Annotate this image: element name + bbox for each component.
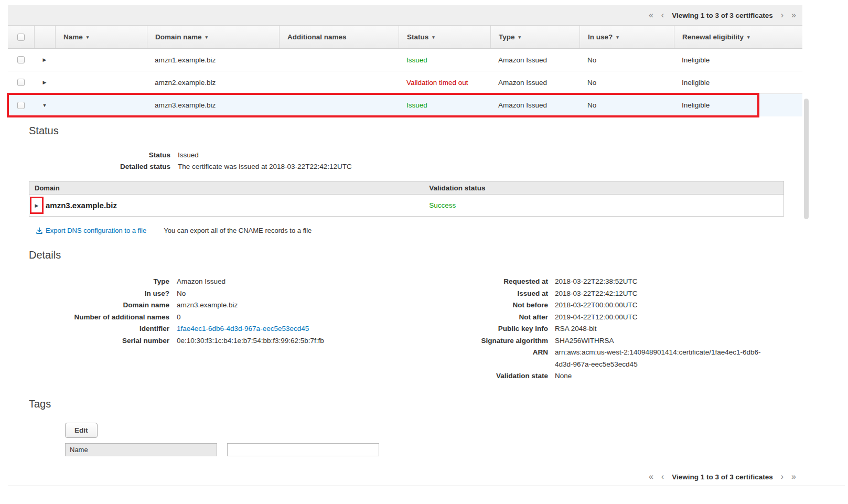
field-label: Issued at xyxy=(336,288,548,300)
column-label: Renewal eligibility xyxy=(682,33,744,41)
table-header-row: Name▾ Domain name▾ Additional names Stat… xyxy=(8,25,802,49)
certificate-detail-panel: Status Status Issued Detailed status The… xyxy=(8,116,802,456)
cell-name xyxy=(55,94,147,116)
tag-inputs-row xyxy=(65,443,802,456)
expand-row-arrow-icon[interactable]: ▶ xyxy=(43,57,47,62)
pagination-status: Viewing 1 to 3 of 3 certificates xyxy=(672,473,773,481)
details-right-column: Requested at2018-03-22T22:38:52UTC Issue… xyxy=(336,276,765,382)
status-section-title: Status xyxy=(29,125,802,137)
tags-section-title: Tags xyxy=(29,398,802,410)
export-dns-link-label: Export DNS configuration to a file xyxy=(46,227,146,234)
status-field-row: Status Issued xyxy=(8,149,802,161)
row-expander-cell: ▼ xyxy=(34,94,55,116)
field-label: ARN xyxy=(336,347,548,370)
download-icon xyxy=(36,227,43,234)
column-label: Type xyxy=(499,33,515,41)
collapse-row-arrow-icon[interactable]: ▼ xyxy=(42,103,47,108)
tag-value-field[interactable] xyxy=(227,443,379,456)
column-header-type[interactable]: Type▾ xyxy=(490,26,579,48)
column-label: Additional names xyxy=(287,33,347,41)
edit-tags-button[interactable]: Edit xyxy=(65,423,98,438)
certificate-row-amzn1: ▶ amzn1.example.biz Issued Amazon Issued… xyxy=(8,49,802,71)
field-value: None xyxy=(555,370,765,382)
status-fields: Status Issued Detailed status The certif… xyxy=(8,149,802,173)
column-label: Domain name xyxy=(155,33,202,41)
first-page-button[interactable]: « xyxy=(649,11,653,19)
field-label: Identifier xyxy=(8,323,169,335)
field-value: 2018-03-22T22:38:52UTC xyxy=(555,276,765,288)
row-checkbox-cell xyxy=(8,71,34,93)
sort-caret-icon: ▾ xyxy=(206,35,208,40)
pagination-top: « ‹ Viewing 1 to 3 of 3 certificates › » xyxy=(649,11,796,19)
validation-status-column-header: Validation status xyxy=(429,184,783,192)
last-page-button[interactable]: » xyxy=(791,473,796,481)
expand-domain-arrow-icon[interactable]: ▶ xyxy=(35,203,39,208)
details-section-title: Details xyxy=(29,249,802,261)
detail-row: Identifier1fae4ec1-6db6-4d3d-967a-eec5e5… xyxy=(8,323,336,335)
detail-row: In use?No xyxy=(8,288,336,300)
certificates-table: Name▾ Domain name▾ Additional names Stat… xyxy=(8,25,802,116)
details-grid: TypeAmazon Issued In use?No Domain namea… xyxy=(8,276,802,382)
prev-page-button[interactable]: ‹ xyxy=(661,11,664,19)
field-value: 2019-04-22T12:00:00UTC xyxy=(555,312,765,324)
domain-table-header: Domain Validation status xyxy=(29,181,783,195)
cell-domain-name: amzn3.example.biz xyxy=(147,94,279,116)
field-label: Type xyxy=(8,276,169,288)
column-label: Name xyxy=(63,33,83,41)
column-header-domain-name[interactable]: Domain name▾ xyxy=(147,26,279,48)
identifier-link[interactable]: 1fae4ec1-6db6-4d3d-967a-eec5e53ecd45 xyxy=(177,323,309,335)
cell-domain-name: amzn1.example.biz xyxy=(147,49,279,71)
bottom-pagination-bar: « ‹ Viewing 1 to 3 of 3 certificates › » xyxy=(8,468,845,486)
cell-type: Amazon Issued xyxy=(490,94,579,116)
field-value: 0 xyxy=(177,312,181,324)
scrollbar-thumb[interactable] xyxy=(804,99,809,219)
field-value: RSA 2048-bit xyxy=(555,323,765,335)
cell-in-use: No xyxy=(579,94,674,116)
validation-status-value: Success xyxy=(429,201,783,209)
prev-page-button[interactable]: ‹ xyxy=(661,473,664,481)
export-dns-row: Export DNS configuration to a file You c… xyxy=(36,227,802,234)
pagination-status: Viewing 1 to 3 of 3 certificates xyxy=(672,12,773,19)
field-value: Amazon Issued xyxy=(177,276,226,288)
row-checkbox[interactable] xyxy=(17,79,25,86)
acm-certificates-page: « ‹ Viewing 1 to 3 of 3 certificates › »… xyxy=(0,0,848,504)
column-label: Status xyxy=(407,33,428,41)
tag-name-field[interactable] xyxy=(65,443,217,456)
detail-row: Issued at2018-03-22T22:42:12UTC xyxy=(336,288,765,300)
cell-status: Validation timed out xyxy=(399,71,490,93)
expander-header-cell xyxy=(34,26,55,48)
cell-status: Issued xyxy=(399,49,490,71)
first-page-button[interactable]: « xyxy=(649,473,653,481)
row-checkbox[interactable] xyxy=(17,56,25,63)
select-all-checkbox[interactable] xyxy=(17,34,25,41)
field-value: 0e:10:30:f3:1c:b4:1e:b7:54:bb:f3:99:62:5… xyxy=(177,335,324,347)
column-header-status[interactable]: Status▾ xyxy=(399,26,490,48)
last-page-button[interactable]: » xyxy=(791,11,796,19)
domain-validation-table: Domain Validation status ▶ amzn3.example… xyxy=(29,181,784,217)
next-page-button[interactable]: › xyxy=(781,473,783,481)
top-pagination-bar: « ‹ Viewing 1 to 3 of 3 certificates › » xyxy=(8,5,802,25)
detail-row: ARNarn:aws:acm:us-west-2:140948901414:ce… xyxy=(336,347,765,370)
pagination-bottom: « ‹ Viewing 1 to 3 of 3 certificates › » xyxy=(8,473,802,481)
sort-caret-icon: ▾ xyxy=(87,35,89,40)
column-label: In use? xyxy=(588,33,613,41)
domain-name: amzn3.example.biz xyxy=(46,201,117,210)
column-header-renewal-eligibility[interactable]: Renewal eligibility▾ xyxy=(674,26,802,48)
column-header-name[interactable]: Name▾ xyxy=(55,26,147,48)
next-page-button[interactable]: › xyxy=(781,11,783,19)
field-value: SHA256WITHRSA xyxy=(555,335,765,347)
export-dns-link[interactable]: Export DNS configuration to a file xyxy=(36,227,146,234)
red-annotation-rectangle-arrow: ▶ xyxy=(30,197,44,214)
cell-renewal-eligibility: Ineligible xyxy=(674,94,802,116)
field-label: Requested at xyxy=(336,276,548,288)
detail-row: Serial number0e:10:30:f3:1c:b4:1e:b7:54:… xyxy=(8,335,336,347)
field-label: Validation state xyxy=(336,370,548,382)
field-label: Signature algorithm xyxy=(336,335,548,347)
row-checkbox[interactable] xyxy=(17,102,25,109)
detail-row: Validation stateNone xyxy=(336,370,765,382)
cell-in-use: No xyxy=(579,49,674,71)
cell-additional-names xyxy=(279,49,399,71)
certificate-row-amzn3-expanded: ▼ amzn3.example.biz Issued Amazon Issued… xyxy=(8,94,802,116)
column-header-in-use[interactable]: In use?▾ xyxy=(579,26,674,48)
expand-row-arrow-icon[interactable]: ▶ xyxy=(43,80,47,85)
